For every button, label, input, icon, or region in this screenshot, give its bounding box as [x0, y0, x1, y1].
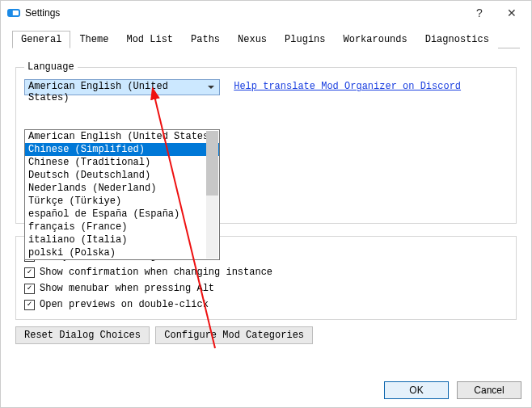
lang-opt-6[interactable]: español de España (España): [25, 208, 219, 221]
tab-workarounds[interactable]: Workarounds: [335, 31, 416, 48]
lang-opt-5[interactable]: Türkçe (Türkiye): [25, 195, 219, 208]
tab-plugins[interactable]: Plugins: [276, 31, 334, 48]
lang-opt-4[interactable]: Nederlands (Nederland): [25, 182, 219, 195]
lang-opt-9[interactable]: polski (Polska): [25, 246, 219, 259]
close-button[interactable]: [496, 1, 528, 25]
misc-label: Open previews on double-click: [40, 299, 209, 310]
lang-opt-1[interactable]: Chinese (Simplified): [25, 143, 219, 156]
help-button[interactable]: [463, 1, 496, 25]
lang-opt-3[interactable]: Deutsch (Deutschland): [25, 169, 219, 182]
tab-general[interactable]: General: [12, 31, 70, 48]
app-icon: [7, 9, 20, 17]
lang-opt-8[interactable]: italiano (Italia): [25, 233, 219, 246]
settings-window: Settings General Theme Mod List Paths Ne…: [0, 0, 532, 408]
cancel-button[interactable]: Cancel: [457, 381, 521, 399]
lang-opt-2[interactable]: Chinese (Traditional): [25, 156, 219, 169]
tab-bar: General Theme Mod List Paths Nexus Plugi…: [1, 25, 531, 48]
dialog-footer: OK Cancel: [1, 375, 531, 407]
tab-theme[interactable]: Theme: [70, 31, 117, 48]
language-dropdown-list[interactable]: American English (United States) Chinese…: [24, 129, 220, 260]
lang-opt-7[interactable]: français (France): [25, 221, 219, 233]
misc-row-2[interactable]: Show menubar when pressing Alt: [24, 280, 508, 297]
tab-nexus[interactable]: Nexus: [229, 31, 276, 48]
lang-opt-0[interactable]: American English (United States): [25, 130, 219, 143]
tab-paths[interactable]: Paths: [182, 31, 229, 48]
checkbox-icon: [24, 300, 35, 310]
titlebar: Settings: [1, 1, 531, 25]
tab-content-general: Language American English (United States…: [1, 48, 531, 375]
misc-row-3[interactable]: Open previews on double-click: [24, 297, 508, 313]
dropdown-scrollbar[interactable]: [206, 131, 218, 259]
checkbox-icon: [24, 267, 35, 278]
ok-button[interactable]: OK: [384, 381, 449, 399]
checkbox-icon: [24, 284, 35, 294]
misc-label: Show confirmation when changing instance: [40, 267, 272, 278]
configure-mod-categories-button[interactable]: Configure Mod Categories: [155, 326, 313, 344]
misc-row-1[interactable]: Show confirmation when changing instance: [24, 264, 508, 280]
reset-dialog-choices-button[interactable]: Reset Dialog Choices: [15, 326, 150, 344]
language-combo[interactable]: American English (United States): [24, 79, 220, 95]
window-title: Settings: [25, 7, 60, 19]
group-language-legend: Language: [24, 61, 78, 73]
misc-label: Show menubar when pressing Alt: [40, 283, 214, 294]
tab-diagnostics[interactable]: Diagnostics: [416, 31, 498, 48]
tab-modlist[interactable]: Mod List: [117, 31, 182, 48]
discord-translate-link[interactable]: Help translate Mod Organizer on Discord: [234, 79, 461, 92]
